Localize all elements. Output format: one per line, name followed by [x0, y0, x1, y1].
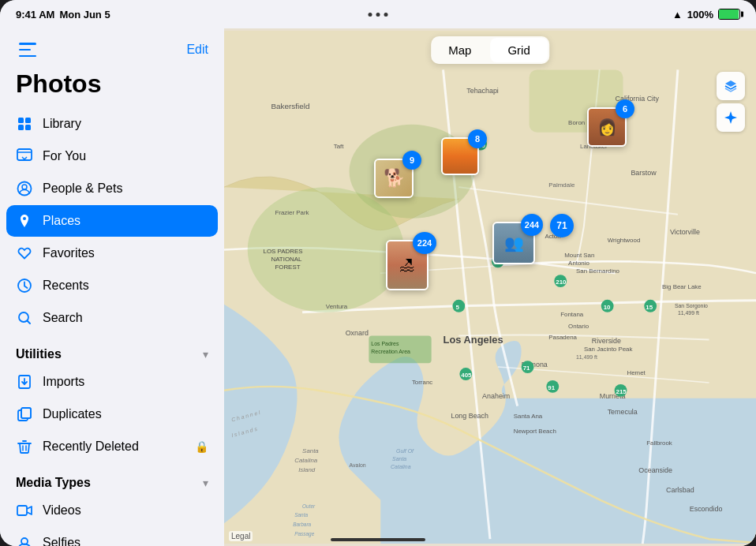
map-cluster-244[interactable]: 👥 244: [492, 222, 535, 264]
svg-text:LOS PADRES: LOS PADRES: [264, 248, 303, 255]
svg-text:Palmdale: Palmdale: [548, 181, 575, 189]
svg-text:Santa: Santa: [302, 447, 319, 454]
grid-view-button[interactable]: Grid: [490, 38, 547, 62]
svg-text:Temecula: Temecula: [608, 408, 638, 416]
map-cluster-9[interactable]: 🐕 9: [374, 159, 414, 198]
svg-text:Anaheim: Anaheim: [482, 392, 510, 400]
svg-text:Bakersfield: Bakersfield: [271, 102, 309, 110]
sidebar-item-duplicates[interactable]: Duplicates: [6, 398, 218, 430]
svg-text:10: 10: [604, 304, 611, 311]
favorites-label: Favorites: [43, 246, 208, 260]
svg-rect-4: [17, 149, 32, 160]
svg-point-8: [23, 217, 26, 220]
battery-fill: [719, 9, 739, 19]
toggle-line-3: [19, 55, 36, 58]
svg-text:Carlsbad: Carlsbad: [666, 486, 694, 494]
sidebar-header: Edit: [0, 28, 224, 68]
svg-rect-3: [25, 125, 31, 130]
people-pets-label: People & Pets: [43, 181, 208, 196]
svg-point-7: [22, 185, 27, 189]
svg-text:Oceanside: Oceanside: [638, 466, 672, 474]
media-types-section-header[interactable]: Media Types ▾: [6, 463, 218, 495]
library-label: Library: [43, 117, 208, 131]
selfies-icon: [16, 534, 33, 546]
status-bar: 9:41 AM Mon Jun 5 ▲ 100%: [0, 0, 756, 28]
svg-text:5: 5: [455, 304, 459, 311]
svg-text:Pasadena: Pasadena: [548, 334, 577, 341]
legal-text: Legal: [229, 531, 253, 541]
svg-text:Tehachapi: Tehachapi: [466, 87, 499, 95]
map-layers-button[interactable]: [717, 72, 745, 100]
sidebar-item-selfies[interactable]: Selfies: [6, 527, 218, 546]
recents-label: Recents: [43, 279, 208, 293]
sidebar-item-search[interactable]: Search: [6, 302, 218, 334]
media-types-section-title: Media Types: [16, 476, 91, 490]
svg-text:Santa: Santa: [294, 512, 308, 518]
sidebar-item-for-you[interactable]: For You: [6, 140, 218, 172]
sidebar-item-videos[interactable]: Videos: [6, 495, 218, 526]
sidebar-item-imports[interactable]: Imports: [6, 366, 218, 398]
map-cluster-71[interactable]: 71: [550, 214, 574, 237]
sidebar-title: Photos: [0, 68, 224, 108]
svg-text:NATIONAL: NATIONAL: [271, 256, 302, 263]
svg-text:Passage: Passage: [294, 531, 314, 537]
battery-bar: [718, 9, 740, 20]
sidebar-toggle-button[interactable]: [16, 38, 39, 62]
map-cluster-8[interactable]: 8: [441, 137, 479, 175]
svg-rect-2: [18, 125, 24, 130]
map-cluster-6[interactable]: 👩 6: [587, 107, 627, 147]
home-indicator: [331, 538, 425, 541]
sidebar-item-recents[interactable]: Recents: [6, 270, 218, 301]
svg-text:Barstow: Barstow: [631, 169, 657, 177]
svg-text:Gulf Of: Gulf Of: [396, 448, 414, 454]
utilities-section-header[interactable]: Utilities ▾: [6, 335, 218, 366]
svg-text:15: 15: [646, 304, 653, 311]
svg-text:Big Bear Lake: Big Bear Lake: [662, 283, 702, 290]
svg-rect-1: [25, 118, 31, 123]
places-icon: [16, 212, 33, 230]
sidebar-item-people-pets[interactable]: People & Pets: [6, 173, 218, 204]
svg-text:Mount San: Mount San: [564, 252, 594, 259]
wifi-icon: ▲: [672, 9, 683, 21]
svg-text:11,499 ft: 11,499 ft: [576, 354, 597, 360]
battery-container: [718, 9, 740, 20]
svg-text:Boron: Boron: [568, 119, 585, 126]
svg-text:Newport Beach: Newport Beach: [514, 428, 556, 435]
svg-text:210: 210: [556, 279, 567, 286]
for-you-label: For You: [43, 149, 208, 163]
svg-text:Taft: Taft: [334, 143, 345, 150]
svg-text:Torranc: Torranc: [412, 379, 432, 386]
ipad-frame: 9:41 AM Mon Jun 5 ▲ 100%: [0, 0, 756, 546]
location-button[interactable]: [717, 103, 745, 132]
map-view-button[interactable]: Map: [431, 36, 488, 64]
svg-text:Hemet: Hemet: [627, 369, 646, 376]
map-area[interactable]: Map Grid: [224, 28, 756, 546]
svg-text:Long Beach: Long Beach: [451, 412, 488, 420]
sidebar: Edit Photos Library: [0, 28, 224, 546]
svg-text:Antonio: Antonio: [568, 260, 589, 267]
svg-text:Victorville: Victorville: [670, 228, 700, 236]
sidebar-item-favorites[interactable]: Favorites: [6, 237, 218, 269]
sidebar-item-recently-deleted[interactable]: Recently Deleted 🔒: [6, 431, 218, 462]
svg-text:11,499 ft: 11,499 ft: [678, 310, 699, 316]
status-dot-2: [376, 13, 380, 17]
sidebar-nav: Library For You: [0, 108, 224, 546]
sidebar-item-library[interactable]: Library: [6, 108, 218, 140]
svg-text:405: 405: [461, 372, 472, 379]
duplicates-label: Duplicates: [43, 407, 208, 421]
map-cluster-224[interactable]: 🏖 224: [386, 240, 429, 290]
battery-percent: 100%: [687, 9, 713, 21]
svg-text:San Bernardino: San Bernardino: [576, 267, 620, 275]
map-svg: Bakersfield Tehachapi California City Ba…: [224, 28, 756, 546]
svg-text:Ventura: Ventura: [326, 303, 348, 310]
status-dot-3: [384, 13, 388, 17]
svg-text:91: 91: [548, 384, 555, 391]
imports-label: Imports: [43, 375, 208, 389]
videos-label: Videos: [43, 503, 208, 518]
edit-button[interactable]: Edit: [186, 43, 208, 57]
recently-deleted-label: Recently Deleted: [43, 439, 185, 454]
status-bar-left: 9:41 AM Mon Jun 5: [16, 9, 110, 21]
svg-rect-20: [17, 506, 27, 515]
sidebar-item-places[interactable]: Places: [6, 205, 218, 237]
map-toolbar: Map Grid: [431, 36, 549, 64]
